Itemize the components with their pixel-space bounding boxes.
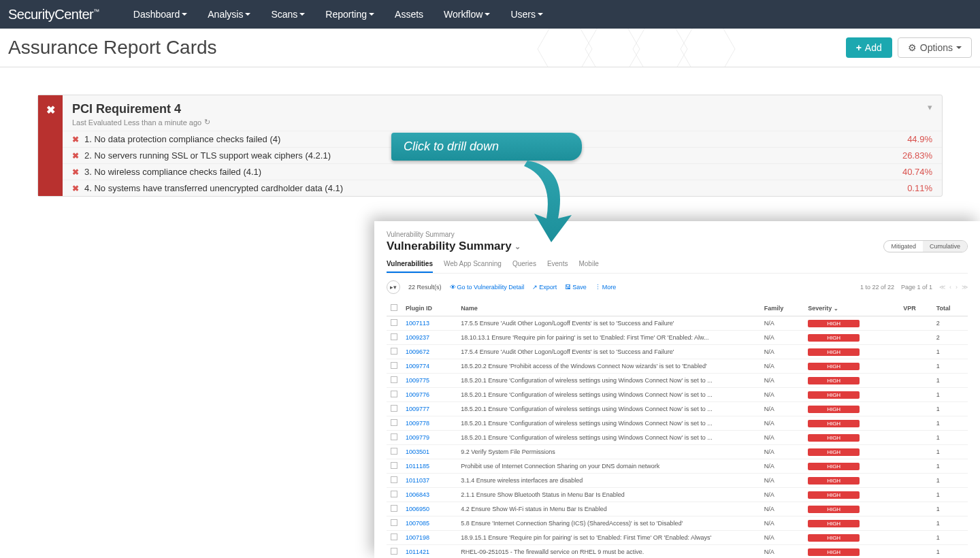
chevron-down-icon bbox=[369, 13, 374, 16]
header-actions: +Add ⚙Options bbox=[846, 37, 972, 58]
nav-item-scans[interactable]: Scans bbox=[271, 9, 305, 20]
page-title: Assurance Report Cards bbox=[8, 37, 217, 59]
card-row-text: 1. No data protection compliance checks … bbox=[84, 134, 280, 144]
svg-marker-1 bbox=[585, 29, 640, 67]
svg-marker-2 bbox=[633, 29, 687, 67]
svg-marker-3 bbox=[681, 29, 735, 67]
card-row-text: 3. No wireless compliance checks failed … bbox=[84, 167, 261, 177]
fail-x-icon: ✖ bbox=[46, 103, 55, 116]
card-row-pct: 26.83% bbox=[902, 150, 932, 161]
top-nav: SecurityCenter™ DashboardAnalysisScansRe… bbox=[0, 0, 980, 29]
card-title: PCI Requirement 4 bbox=[72, 102, 210, 116]
card-collapse-icon[interactable]: ▾ bbox=[928, 102, 932, 112]
nav-item-analysis[interactable]: Analysis bbox=[208, 9, 250, 20]
refresh-icon[interactable]: ↻ bbox=[204, 118, 210, 127]
nav-item-dashboard[interactable]: Dashboard bbox=[133, 9, 188, 20]
gear-icon: ⚙ bbox=[908, 42, 917, 53]
nav-items: DashboardAnalysisScansReportingAssetsWor… bbox=[133, 9, 543, 20]
card-row-pct: 40.74% bbox=[902, 167, 932, 177]
nav-item-assets[interactable]: Assets bbox=[395, 9, 423, 20]
card-row-pct: 0.11% bbox=[907, 183, 932, 193]
card-status-bar: ✖ bbox=[38, 95, 63, 196]
chevron-down-icon bbox=[245, 13, 250, 16]
chevron-down-icon bbox=[182, 13, 187, 16]
fail-x-icon: ✖ bbox=[72, 151, 79, 161]
card-header: PCI Requirement 4 Last Evaluated Less th… bbox=[63, 95, 942, 131]
nav-item-reporting[interactable]: Reporting bbox=[325, 9, 374, 20]
plus-icon: + bbox=[856, 42, 862, 53]
fail-x-icon: ✖ bbox=[72, 135, 79, 144]
brand-logo: SecurityCenter™ bbox=[8, 7, 99, 22]
svg-marker-0 bbox=[538, 29, 592, 67]
chevron-down-icon bbox=[956, 46, 962, 49]
card-subtitle: Last Evaluated Less than a minute ago↻ bbox=[72, 118, 210, 127]
nav-item-workflow[interactable]: Workflow bbox=[444, 9, 490, 20]
drill-down-label: Click to drill down bbox=[391, 133, 582, 161]
chevron-down-icon bbox=[299, 13, 305, 16]
fail-x-icon: ✖ bbox=[72, 184, 79, 193]
nav-item-users[interactable]: Users bbox=[510, 9, 543, 20]
chevron-down-icon bbox=[485, 13, 490, 16]
hex-decoration bbox=[524, 29, 796, 67]
add-button[interactable]: +Add bbox=[846, 37, 892, 58]
fail-x-icon: ✖ bbox=[72, 167, 79, 177]
card-row-pct: 44.9% bbox=[907, 134, 932, 144]
chevron-down-icon bbox=[538, 13, 543, 16]
options-button[interactable]: ⚙Options bbox=[898, 37, 972, 58]
card-row-text: 2. No servers running SSL or TLS support… bbox=[84, 150, 331, 161]
drill-down-annotation: Click to drill down bbox=[391, 133, 582, 224]
page-header: Assurance Report Cards +Add ⚙Options bbox=[0, 29, 980, 67]
card-row-text: 4. No systems have transferred unencrypt… bbox=[84, 183, 343, 193]
